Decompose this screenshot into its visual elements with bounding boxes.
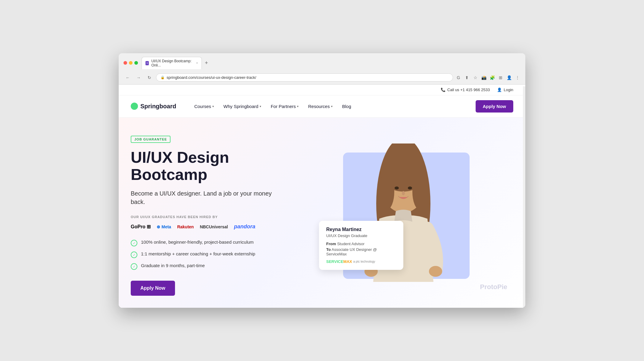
login-label: Login xyxy=(504,88,513,92)
nav-resources[interactable]: Resources ▾ xyxy=(308,104,333,109)
phone-contact[interactable]: 📞 Call us +1 415 966 2533 xyxy=(441,88,490,92)
svg-point-4 xyxy=(379,174,394,210)
resources-chevron-icon: ▾ xyxy=(331,105,333,108)
share-icon[interactable]: ⬆ xyxy=(464,75,470,81)
graduate-name: Reyna Martinez xyxy=(326,227,396,232)
servicemax-company: SERVICEMAX a ptc technology xyxy=(326,259,396,264)
back-button[interactable]: ← xyxy=(123,73,132,82)
feature-item-1: ✓ 100% online, beginner-friendly, projec… xyxy=(131,239,281,246)
courses-chevron-icon: ▾ xyxy=(212,105,214,108)
meta-logo: ⊛ Meta xyxy=(157,224,171,229)
refresh-button[interactable]: ↻ xyxy=(145,73,154,82)
main-nav: Springboard Courses ▾ Why Springboard ▾ … xyxy=(119,95,525,118)
job-guarantee-badge: JOB GUARANTEE xyxy=(131,136,170,143)
servicemax-logo: SERVICEMAX xyxy=(326,259,352,264)
company-logos: GoPro ⊞ ⊛ Meta Rakuten NBCUniversal pand… xyxy=(131,224,281,230)
user-icon: 👤 xyxy=(497,88,502,92)
svg-point-5 xyxy=(412,174,427,210)
website-content: 📞 Call us +1 415 966 2533 👤 Login Spring… xyxy=(119,85,525,308)
browser-window: S UI/UX Design Bootcamp: Onli... × + ← →… xyxy=(119,53,525,308)
google-icon[interactable]: G xyxy=(455,75,461,81)
address-bar[interactable]: 🔒 springboard.com/courses/ui-ux-design-c… xyxy=(156,73,453,82)
feature-text-1: 100% online, beginner-friendly, project-… xyxy=(141,239,254,245)
browser-toolbar: ← → ↻ 🔒 springboard.com/courses/ui-ux-de… xyxy=(119,72,525,84)
svg-point-8 xyxy=(402,191,405,195)
bookmark-icon[interactable]: ☆ xyxy=(472,75,478,81)
hero-right: Reyna Martinez UI/UX Design Graduate Fro… xyxy=(293,130,513,296)
nav-for-partners[interactable]: For Partners ▾ xyxy=(271,104,299,109)
feature-text-3: Graduate in 9 months, part-time xyxy=(141,263,205,268)
new-tab-button[interactable]: + xyxy=(203,60,210,66)
pandora-logo: pandora xyxy=(234,224,255,230)
scrollbar-track[interactable] xyxy=(523,86,525,308)
phone-number: Call us +1 415 966 2533 xyxy=(447,88,490,92)
graduate-from: From Student Advisor xyxy=(326,242,396,246)
url-text: springboard.com/courses/ui-ux-design-car… xyxy=(167,75,256,80)
hero-title: UI/UX Design Bootcamp xyxy=(131,149,281,183)
gopro-logo: GoPro ⊞ xyxy=(131,224,151,230)
hero-photo-container: Reyna Martinez UI/UX Design Graduate Fro… xyxy=(337,143,470,282)
graduate-card: Reyna Martinez UI/UX Design Graduate Fro… xyxy=(319,221,403,270)
logo-icon xyxy=(131,103,138,110)
svg-point-10 xyxy=(429,266,442,277)
maximize-button[interactable] xyxy=(134,61,138,65)
toolbar-actions: G ⬆ ☆ 📸 🧩 ⊞ 👤 ⋮ xyxy=(455,75,521,81)
nav-links: Courses ▾ Why Springboard ▾ For Partners… xyxy=(194,104,476,109)
traffic-lights xyxy=(123,61,138,65)
logo[interactable]: Springboard xyxy=(131,103,176,110)
phone-icon: 📞 xyxy=(441,88,445,92)
rakuten-logo: Rakuten xyxy=(177,224,194,229)
company-tagline: a ptc technology xyxy=(353,260,375,263)
browser-titlebar: S UI/UX Design Bootcamp: Onli... × + xyxy=(119,53,525,72)
nav-blog[interactable]: Blog xyxy=(342,104,351,109)
profile-icon[interactable]: 👤 xyxy=(506,75,512,81)
tab-close-icon[interactable]: × xyxy=(196,61,198,65)
logo-text: Springboard xyxy=(140,103,176,110)
top-bar: 📞 Call us +1 415 966 2533 👤 Login xyxy=(119,85,525,95)
svg-point-7 xyxy=(408,187,412,190)
extension-icon[interactable]: 📸 xyxy=(481,75,487,81)
why-chevron-icon: ▾ xyxy=(260,105,261,108)
tab-bar: S UI/UX Design Bootcamp: Onli... × + xyxy=(142,57,521,69)
forward-button[interactable]: → xyxy=(134,73,143,82)
nav-why-springboard[interactable]: Why Springboard ▾ xyxy=(224,104,261,109)
check-icon-2: ✓ xyxy=(131,251,137,258)
nbc-logo: NBCUniversal xyxy=(200,224,228,229)
check-icon-1: ✓ xyxy=(131,240,137,246)
partners-chevron-icon: ▾ xyxy=(297,105,299,108)
hero-left: JOB GUARANTEE UI/UX Design Bootcamp Beco… xyxy=(131,130,281,296)
close-button[interactable] xyxy=(123,61,127,65)
login-link[interactable]: 👤 Login xyxy=(497,88,513,92)
tab-title: UI/UX Design Bootcamp: Onli... xyxy=(151,59,192,67)
menu-icon[interactable]: ⋮ xyxy=(514,75,521,81)
minimize-button[interactable] xyxy=(129,61,133,65)
check-icon-3: ✓ xyxy=(131,263,137,270)
layout-icon[interactable]: ⊞ xyxy=(498,75,504,81)
nav-courses[interactable]: Courses ▾ xyxy=(194,104,214,109)
graduate-role: UI/UX Design Graduate xyxy=(326,233,396,238)
feature-item-2: ✓ 1:1 mentorship + career coaching + fou… xyxy=(131,251,281,258)
lock-icon: 🔒 xyxy=(161,76,165,79)
active-tab[interactable]: S UI/UX Design Bootcamp: Onli... × xyxy=(142,57,202,69)
feature-item-3: ✓ Graduate in 9 months, part-time xyxy=(131,263,281,270)
browser-chrome: S UI/UX Design Bootcamp: Onli... × + ← →… xyxy=(119,53,525,85)
scrollbar-thumb[interactable] xyxy=(523,86,525,147)
feature-list: ✓ 100% online, beginner-friendly, projec… xyxy=(131,239,281,270)
puzzle-icon[interactable]: 🧩 xyxy=(489,75,495,81)
feature-text-2: 1:1 mentorship + career coaching + four-… xyxy=(141,251,255,256)
hero-section: JOB GUARANTEE UI/UX Design Bootcamp Beco… xyxy=(119,118,525,308)
hired-by-label: OUR UI/UX GRADUATES HAVE BEEN HIRED BY xyxy=(131,215,281,219)
svg-point-6 xyxy=(395,187,399,190)
graduate-to: To Associate UX Designer @ ServiceMax xyxy=(326,247,396,256)
tab-favicon: S xyxy=(145,61,149,65)
hero-apply-button[interactable]: Apply Now xyxy=(131,281,175,296)
nav-apply-button[interactable]: Apply Now xyxy=(476,100,514,113)
protopie-watermark: ProtoPie xyxy=(480,283,507,291)
hero-subtitle: Become a UI/UX designer. Land a job or y… xyxy=(131,189,281,206)
